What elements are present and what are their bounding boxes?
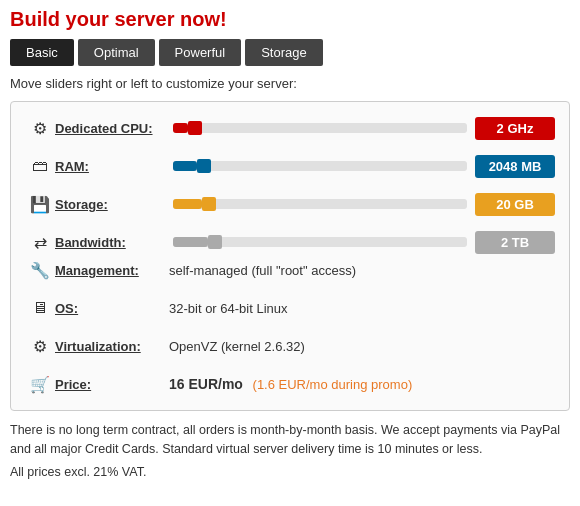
tab-storage[interactable]: Storage	[245, 39, 323, 66]
price-value-container: 16 EUR/mo (1.6 EUR/mo during promo)	[165, 376, 555, 392]
slider-row-storage: 💾 Storage: 20 GB	[25, 190, 555, 218]
price-promo: (1.6 EUR/mo during promo)	[253, 377, 413, 392]
cpu-value: 2 GHz	[475, 117, 555, 140]
virtualization-value-container: OpenVZ (kernel 2.6.32)	[165, 339, 555, 354]
cpu-label[interactable]: Dedicated CPU:	[55, 121, 165, 136]
cpu-slider[interactable]	[173, 123, 467, 133]
ram-fill	[173, 161, 197, 171]
os-icon: 🖥	[25, 299, 55, 317]
storage-thumb[interactable]	[202, 197, 216, 211]
page-title: Build your server now!	[10, 8, 570, 31]
cpu-icon: ⚙	[25, 119, 55, 138]
bandwidth-track[interactable]	[173, 237, 467, 247]
management-value: self-managed (full "root" access)	[169, 263, 356, 278]
tab-basic[interactable]: Basic	[10, 39, 74, 66]
storage-value: 20 GB	[475, 193, 555, 216]
bandwidth-icon: ⇄	[25, 233, 55, 252]
slider-row-bandwidth: ⇄ Bandwidth: 2 TB	[25, 228, 555, 256]
management-label[interactable]: Management:	[55, 263, 165, 278]
ram-label[interactable]: RAM:	[55, 159, 165, 174]
tab-bar: BasicOptimalPowerfulStorage	[10, 39, 570, 66]
bandwidth-label[interactable]: Bandwidth:	[55, 235, 165, 250]
info-row-price: 🛒 Price: 16 EUR/mo (1.6 EUR/mo during pr…	[25, 370, 555, 398]
virtualization-label[interactable]: Virtualization:	[55, 339, 165, 354]
ram-value: 2048 MB	[475, 155, 555, 178]
tab-powerful[interactable]: Powerful	[159, 39, 242, 66]
os-label[interactable]: OS:	[55, 301, 165, 316]
slider-row-ram: 🗃 RAM: 2048 MB	[25, 152, 555, 180]
storage-track[interactable]	[173, 199, 467, 209]
os-value-container: 32-bit or 64-bit Linux	[165, 301, 555, 316]
storage-fill	[173, 199, 202, 209]
vat-text: All prices excl. 21% VAT.	[10, 465, 570, 479]
price-icon: 🛒	[25, 375, 55, 394]
info-row-management: 🔧 Management: self-managed (full "root" …	[25, 256, 555, 284]
virtualization-icon: ⚙	[25, 337, 55, 356]
config-box: ⚙ Dedicated CPU: 2 GHz 🗃 RAM: 2048 MB 💾 …	[10, 101, 570, 411]
ram-slider[interactable]	[173, 161, 467, 171]
instruction-text: Move sliders right or left to customize …	[10, 76, 570, 91]
bandwidth-slider[interactable]	[173, 237, 467, 247]
cpu-thumb[interactable]	[188, 121, 202, 135]
storage-label[interactable]: Storage:	[55, 197, 165, 212]
ram-icon: 🗃	[25, 157, 55, 175]
ram-thumb[interactable]	[197, 159, 211, 173]
tab-optimal[interactable]: Optimal	[78, 39, 155, 66]
storage-slider[interactable]	[173, 199, 467, 209]
virtualization-value: OpenVZ (kernel 2.6.32)	[169, 339, 305, 354]
ram-track[interactable]	[173, 161, 467, 171]
management-icon: 🔧	[25, 261, 55, 280]
price-label[interactable]: Price:	[55, 377, 165, 392]
cpu-track[interactable]	[173, 123, 467, 133]
price-main: 16 EUR/mo	[169, 376, 243, 392]
footer-note: There is no long term contract, all orde…	[10, 421, 570, 459]
info-row-os: 🖥 OS: 32-bit or 64-bit Linux	[25, 294, 555, 322]
storage-icon: 💾	[25, 195, 55, 214]
management-value-container: self-managed (full "root" access)	[165, 263, 555, 278]
bandwidth-value: 2 TB	[475, 231, 555, 254]
os-value: 32-bit or 64-bit Linux	[169, 301, 288, 316]
cpu-fill	[173, 123, 188, 133]
bandwidth-thumb[interactable]	[208, 235, 222, 249]
info-row-virtualization: ⚙ Virtualization: OpenVZ (kernel 2.6.32)	[25, 332, 555, 360]
slider-row-cpu: ⚙ Dedicated CPU: 2 GHz	[25, 114, 555, 142]
bandwidth-fill	[173, 237, 208, 247]
